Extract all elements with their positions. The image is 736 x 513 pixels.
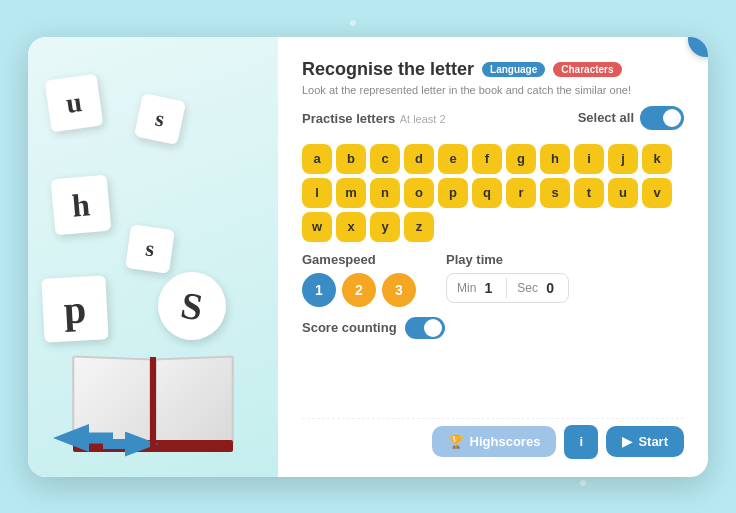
highscores-label: Highscores <box>470 434 541 449</box>
title-row: Recognise the letter Language Characters <box>302 59 684 80</box>
letter-btn-k[interactable]: k <box>642 144 672 174</box>
letter-btn-e[interactable]: e <box>438 144 468 174</box>
select-all-group: Select all <box>578 106 684 130</box>
speed-btn-3[interactable]: 3 <box>382 273 416 307</box>
badge-language: Language <box>482 62 545 77</box>
start-button[interactable]: ▶ Start <box>606 426 684 457</box>
tile-h: h <box>51 174 112 235</box>
left-panel: u s h s p S <box>28 37 278 477</box>
footer: 🏆 Highscores i ▶ Start <box>302 418 684 459</box>
speed-buttons: 1 2 3 <box>302 273 416 307</box>
speed-btn-1[interactable]: 1 <box>302 273 336 307</box>
letter-btn-g[interactable]: g <box>506 144 536 174</box>
practise-label: Practise letters <box>302 111 395 126</box>
letter-btn-p[interactable]: p <box>438 178 468 208</box>
highscores-button[interactable]: 🏆 Highscores <box>432 426 557 457</box>
main-modal: u s h s p S × <box>28 37 708 477</box>
letter-btn-c[interactable]: c <box>370 144 400 174</box>
playtime-sec-value[interactable]: 0 <box>542 280 558 296</box>
letter-btn-n[interactable]: n <box>370 178 400 208</box>
letter-btn-b[interactable]: b <box>336 144 366 174</box>
letter-row-1: a b c d e f g h i j k <box>302 144 684 174</box>
subtitle: Look at the represented letter in the bo… <box>302 84 684 96</box>
letter-btn-h[interactable]: h <box>540 144 570 174</box>
letter-grid: a b c d e f g h i j k l m n o p <box>302 144 684 242</box>
playtime-min-label: Min <box>457 281 476 295</box>
book-page-right <box>155 355 234 448</box>
letter-btn-r[interactable]: r <box>506 178 536 208</box>
playtime-separator <box>506 278 507 298</box>
letter-row-3: w x y z <box>302 212 684 242</box>
letter-btn-w[interactable]: w <box>302 212 332 242</box>
controls-row: Gamespeed 1 2 3 Play time Min 1 Sec 0 <box>302 252 684 307</box>
close-button[interactable]: × <box>688 37 708 57</box>
letter-btn-z[interactable]: z <box>404 212 434 242</box>
practise-label-group: Practise letters At least 2 <box>302 109 446 127</box>
modal-overlay: u s h s p S × <box>0 0 736 513</box>
gamespeed-label: Gamespeed <box>302 252 416 267</box>
letter-btn-t[interactable]: t <box>574 178 604 208</box>
letter-btn-i[interactable]: i <box>574 144 604 174</box>
practise-hint: At least 2 <box>400 113 446 125</box>
tile-u: u <box>45 73 104 132</box>
letter-btn-l[interactable]: l <box>302 178 332 208</box>
score-counting-toggle[interactable] <box>405 317 445 339</box>
play-icon: ▶ <box>622 434 632 449</box>
start-label: Start <box>638 434 668 449</box>
info-button[interactable]: i <box>564 425 598 459</box>
letter-btn-f[interactable]: f <box>472 144 502 174</box>
practise-letters-header: Practise letters At least 2 Select all <box>302 106 684 130</box>
right-panel: × Recognise the letter Language Characte… <box>278 37 708 477</box>
letter-btn-s[interactable]: s <box>540 178 570 208</box>
letter-btn-d[interactable]: d <box>404 144 434 174</box>
info-label: i <box>580 434 584 449</box>
book-cover-right <box>150 440 233 452</box>
score-counting-label: Score counting <box>302 320 397 335</box>
trophy-icon: 🏆 <box>448 434 464 449</box>
modal-title: Recognise the letter <box>302 59 474 80</box>
select-all-label: Select all <box>578 110 634 125</box>
badge-characters: Characters <box>553 62 621 77</box>
letter-btn-a[interactable]: a <box>302 144 332 174</box>
letter-btn-o[interactable]: o <box>404 178 434 208</box>
book-illustration <box>43 247 263 447</box>
score-counting-row: Score counting <box>302 317 684 339</box>
speed-btn-2[interactable]: 2 <box>342 273 376 307</box>
playtime-min-value[interactable]: 1 <box>480 280 496 296</box>
playtime-sec-label: Sec <box>517 281 538 295</box>
playtime-label: Play time <box>446 252 569 267</box>
book-spine <box>150 357 156 447</box>
letter-btn-j[interactable]: j <box>608 144 638 174</box>
letter-btn-q[interactable]: q <box>472 178 502 208</box>
letter-row-2: l m n o p q r s t u v <box>302 178 684 208</box>
tile-s1: s <box>134 92 186 144</box>
playtime-group: Play time Min 1 Sec 0 <box>446 252 569 303</box>
select-all-toggle[interactable] <box>640 106 684 130</box>
letter-btn-x[interactable]: x <box>336 212 366 242</box>
letter-btn-y[interactable]: y <box>370 212 400 242</box>
letter-btn-v[interactable]: v <box>642 178 672 208</box>
letter-btn-m[interactable]: m <box>336 178 366 208</box>
playtime-inputs: Min 1 Sec 0 <box>446 273 569 303</box>
letter-btn-u[interactable]: u <box>608 178 638 208</box>
gamespeed-group: Gamespeed 1 2 3 <box>302 252 416 307</box>
